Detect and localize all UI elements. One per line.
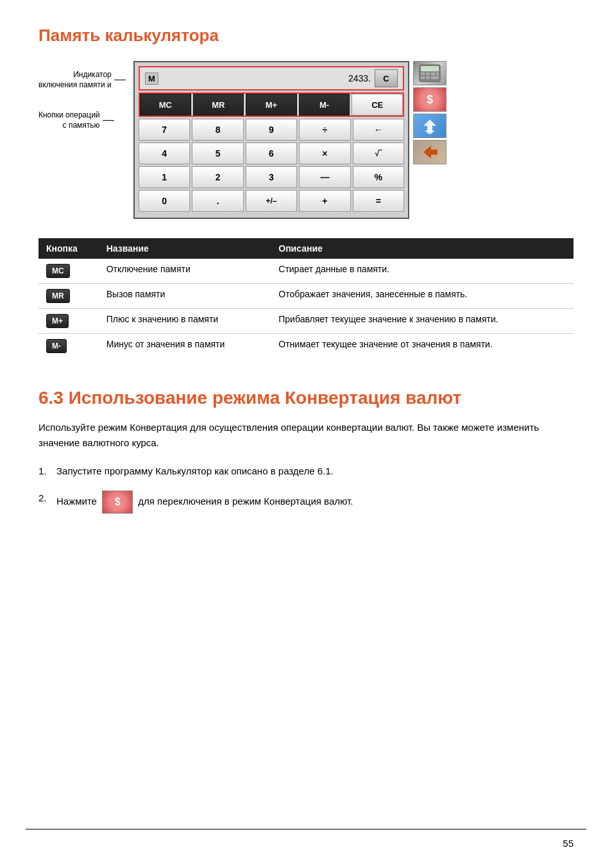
btn-7[interactable]: 7 [139, 119, 190, 141]
step-1-num: 1. [38, 464, 56, 479]
display-value: 2433. [158, 73, 375, 83]
svg-rect-6 [421, 76, 425, 79]
num-row-3: 1 2 3 — % [139, 166, 404, 188]
page-number: 55 [563, 838, 574, 849]
svg-marker-11 [423, 146, 438, 159]
num-buttons-1: 7 8 9 ÷ ← [139, 119, 404, 141]
col-name: Название [99, 238, 271, 259]
btn-6[interactable]: 6 [246, 143, 297, 164]
calc-icon [413, 61, 446, 85]
name-cell-mminus: Минус от значения в памяти [99, 334, 271, 359]
section63-title: 6.3 Использование режима Конвертация вал… [38, 381, 574, 408]
btn-5[interactable]: 5 [192, 143, 243, 164]
svg-marker-10 [425, 130, 435, 134]
table-header-row: Кнопка Название Описание [38, 238, 574, 259]
btn-minus[interactable]: — [299, 166, 350, 188]
memory-buttons: MC MR M+ M- CE [139, 92, 404, 117]
calc-labels: Индикаторвключения памяти и Кнопки опера… [38, 61, 133, 130]
num-buttons-2: 4 5 6 × √‾ [139, 143, 404, 164]
mr-badge: MR [46, 289, 70, 303]
num-row-4: 0 . +/– + = [139, 190, 404, 212]
mplus-badge: M+ [46, 314, 69, 328]
mminus-button[interactable]: M- [299, 94, 350, 116]
btn-0[interactable]: 0 [139, 190, 190, 212]
c-button[interactable]: C [375, 69, 398, 87]
table-row: M- Минус от значения в памяти Отнимает т… [38, 334, 574, 359]
dollar-icon: $ [413, 87, 446, 112]
col-button: Кнопка [38, 238, 99, 259]
btn-back[interactable]: ← [353, 119, 404, 141]
label-indicator: Индикаторвключения памяти и [38, 70, 133, 90]
ce-button[interactable]: CE [352, 94, 403, 116]
btn-4[interactable]: 4 [139, 143, 190, 164]
btn-cell-mc: MC [38, 259, 99, 284]
memory-indicator: M [145, 73, 158, 85]
btn-1[interactable]: 1 [139, 166, 190, 188]
description-table: Кнопка Название Описание MC Отключение п… [38, 238, 574, 358]
num-row-2: 4 5 6 × √‾ [139, 143, 404, 164]
steps-list: 1. Запустите программу Калькулятор как о… [38, 464, 574, 514]
memory-row: MC MR M+ M- CE [139, 92, 404, 117]
back-icon [413, 140, 446, 164]
svg-rect-8 [431, 76, 439, 79]
btn-8[interactable]: 8 [192, 119, 243, 141]
btn-cell-mplus: M+ [38, 309, 99, 334]
desc-cell-mminus: Отнимает текущее значение от значения в … [271, 334, 574, 359]
calc-icons: $ [413, 61, 446, 219]
num-row-1: 7 8 9 ÷ ← [139, 119, 404, 141]
btn-dot[interactable]: . [192, 190, 243, 212]
indicator-label-text: Индикаторвключения памяти и [38, 70, 112, 90]
btn-3[interactable]: 3 [246, 166, 297, 188]
bottom-divider [26, 829, 586, 829]
btn-plus[interactable]: + [299, 190, 350, 212]
name-cell-mplus: Плюс к значению в памяти [99, 309, 271, 334]
svg-rect-3 [426, 73, 430, 75]
display-row: M 2433. C [139, 66, 404, 91]
calculator-body: M 2433. C MC MR M+ M- CE 7 8 [133, 61, 446, 219]
num-buttons-3: 1 2 3 — % [139, 166, 404, 188]
btn-9[interactable]: 9 [246, 119, 297, 141]
mminus-badge: M- [46, 339, 67, 353]
name-cell-mr: Вызов памяти [99, 284, 271, 309]
section63-intro: Используйте режим Конвертация для осущес… [38, 420, 574, 451]
indicator-arrow [114, 80, 126, 80]
svg-rect-7 [426, 76, 430, 79]
num-buttons-4: 0 . +/– + = [139, 190, 404, 212]
step-2-num: 2. [38, 490, 56, 506]
btn-eq[interactable]: = [353, 190, 404, 212]
btn-2[interactable]: 2 [192, 166, 243, 188]
btn-pct[interactable]: % [353, 166, 404, 188]
inline-dollar-symbol: $ [115, 494, 121, 510]
table-row: MR Вызов памяти Отображает значения, зан… [38, 284, 574, 309]
name-cell-mc: Отключение памяти [99, 259, 271, 284]
svg-rect-5 [436, 73, 439, 75]
desc-cell-mplus: Прибавляет текущее значение к значению в… [271, 309, 574, 334]
section1-title: Память калькулятора [38, 26, 574, 46]
btn-cell-mr: MR [38, 284, 99, 309]
mplus-button[interactable]: M+ [246, 94, 297, 116]
step-1-text: Запустите программу Калькулятор как опис… [56, 464, 574, 479]
col-desc: Описание [271, 238, 574, 259]
mc-badge: MC [46, 264, 70, 278]
btn-mul[interactable]: × [299, 143, 350, 164]
btn-div[interactable]: ÷ [299, 119, 350, 141]
svg-rect-1 [421, 66, 439, 71]
inline-dollar-icon: $ [102, 490, 133, 514]
svg-rect-2 [421, 73, 425, 75]
desc-cell-mr: Отображает значения, занесенные в память… [271, 284, 574, 309]
table-row: M+ Плюс к значению в памяти Прибавляет т… [38, 309, 574, 334]
step-1: 1. Запустите программу Калькулятор как о… [38, 464, 574, 479]
btn-sqrt[interactable]: √‾ [353, 143, 404, 164]
btn-plusminus[interactable]: +/– [246, 190, 297, 212]
arrow-icon [413, 114, 446, 138]
buttons-label-text: Кнопки операцийс памятью [38, 110, 100, 130]
label-buttons: Кнопки операцийс памятью [38, 110, 133, 130]
calc-display: M 2433. C [139, 66, 404, 91]
desc-cell-mc: Стирает данные в памяти. [271, 259, 574, 284]
btn-cell-mminus: M- [38, 334, 99, 359]
mr-button[interactable]: MR [193, 94, 244, 116]
calculator-grid: M 2433. C MC MR M+ M- CE 7 8 [133, 61, 409, 219]
step-2: 2. Нажмите $ для переключения в режим Ко… [38, 490, 574, 514]
table-section: Кнопка Название Описание MC Отключение п… [38, 238, 574, 358]
mc-button[interactable]: MC [140, 94, 191, 116]
